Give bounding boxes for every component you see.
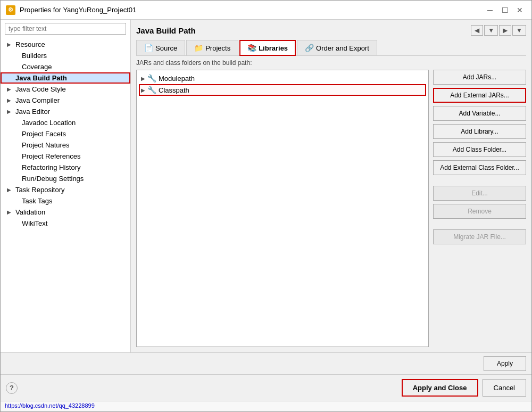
title-bar: ⚙ Properties for YangYuRong_Project01 ─ … [1, 1, 531, 20]
sidebar-item-builders[interactable]: Builders [1, 50, 130, 61]
maximize-button[interactable]: ☐ [498, 4, 511, 17]
add-class-folder-button[interactable]: Add Class Folder... [433, 142, 526, 157]
classpath-icon: 🔧 [147, 86, 156, 94]
tab-projects[interactable]: 📁 Projects [186, 40, 238, 55]
sidebar-item-javadoc-location[interactable]: Javadoc Location [1, 117, 130, 128]
modulepath-item[interactable]: ▶ 🔧 Modulepath [139, 72, 426, 84]
sidebar-item-label: Project References [22, 152, 81, 160]
left-panel: ▶ Resource Builders Coverage Java Build … [1, 20, 131, 352]
main-content: ▶ 🔧 Modulepath ▶ 🔧 Classpath Add JARs...… [136, 70, 526, 347]
expand-arrow: ▶ [7, 97, 13, 103]
footer-main: ? Apply and Close Cancel [1, 374, 531, 401]
sidebar-item-label: Java Build Path [15, 74, 67, 82]
nav-arrows: ◀ ▼ ▶ ▼ [471, 25, 526, 36]
sidebar-item-refactoring-history[interactable]: Refactoring History [1, 162, 130, 173]
status-url: https://blog.csdn.net/qq_43228899 [5, 402, 95, 409]
close-button[interactable]: ✕ [513, 4, 526, 17]
tab-label: Libraries [259, 44, 288, 52]
add-external-class-folder-button[interactable]: Add External Class Folder... [433, 160, 526, 175]
classpath-label: Classpath [159, 86, 189, 94]
description-text: JARs and class folders on the build path… [136, 59, 526, 67]
sidebar-item-project-references[interactable]: Project References [1, 151, 130, 162]
sidebar-item-label: WikiText [22, 219, 47, 227]
cancel-button[interactable]: Cancel [483, 379, 526, 397]
sidebar-item-resource[interactable]: ▶ Resource [1, 39, 130, 50]
sidebar-item-label: Project Facets [22, 130, 66, 138]
right-panel-header: Java Build Path ◀ ▼ ▶ ▼ [136, 25, 526, 36]
tab-source[interactable]: 📄 Source [136, 40, 185, 55]
sidebar-item-coverage[interactable]: Coverage [1, 61, 130, 72]
apply-row: Apply [1, 353, 531, 374]
sidebar-item-task-tags[interactable]: Task Tags [1, 195, 130, 207]
expand-modulepath[interactable]: ▶ [141, 76, 145, 81]
app-icon: ⚙ [6, 5, 15, 15]
migrate-jar-button[interactable]: Migrate JAR File... [433, 229, 526, 244]
add-jars-button[interactable]: Add JARs... [433, 70, 526, 85]
title-controls: ─ ☐ ✕ [484, 4, 526, 17]
expand-arrow: ▶ [7, 109, 13, 114]
expand-arrow: ▶ [7, 86, 13, 92]
remove-button[interactable]: Remove [433, 204, 526, 219]
filter-input[interactable] [5, 23, 126, 35]
libraries-tab-icon: 📚 [247, 44, 256, 52]
tab-libraries[interactable]: 📚 Libraries [239, 40, 296, 56]
tab-order-export[interactable]: 🔗 Order and Export [297, 40, 377, 55]
sidebar-item-run-debug-settings[interactable]: Run/Debug Settings [1, 173, 130, 184]
sidebar-item-label: Javadoc Location [22, 119, 76, 127]
nav-dropdown-fwd[interactable]: ▼ [512, 25, 526, 36]
minimize-button[interactable]: ─ [484, 4, 496, 17]
sidebar-item-java-compiler[interactable]: ▶ Java Compiler [1, 95, 130, 106]
separator2 [433, 222, 526, 226]
sidebar-item-java-editor[interactable]: ▶ Java Editor [1, 106, 130, 117]
buttons-panel: Add JARs... Add External JARs... Add Var… [433, 70, 526, 347]
right-panel: Java Build Path ◀ ▼ ▶ ▼ 📄 Source 📁 Proje… [131, 20, 531, 352]
apply-close-button[interactable]: Apply and Close [402, 379, 478, 397]
expand-classpath[interactable]: ▶ [141, 87, 145, 93]
help-icon[interactable]: ? [6, 382, 18, 394]
footer: Apply ? Apply and Close Cancel https://b… [1, 352, 531, 411]
sidebar-item-wikitext[interactable]: WikiText [1, 218, 130, 229]
sidebar-item-label: Java Code Style [15, 85, 66, 93]
sidebar-item-project-natures[interactable]: Project Natures [1, 139, 130, 151]
sidebar-item-project-facets[interactable]: Project Facets [1, 128, 130, 139]
sidebar-item-task-repository[interactable]: ▶ Task Repository [1, 184, 130, 195]
back-button[interactable]: ◀ [471, 25, 483, 36]
apply-button[interactable]: Apply [484, 356, 526, 371]
sidebar-item-label: Builders [22, 52, 47, 60]
add-library-button[interactable]: Add Library... [433, 124, 526, 139]
sidebar-item-label: Java Compiler [15, 96, 60, 104]
sidebar-item-label: Run/Debug Settings [22, 175, 84, 183]
sidebar-item-label: Task Tags [22, 197, 53, 205]
forward-button[interactable]: ▶ [499, 25, 511, 36]
source-tab-icon: 📄 [144, 44, 153, 52]
tabs-row: 📄 Source 📁 Projects 📚 Libraries 🔗 Order … [136, 40, 526, 56]
expand-arrow: ▶ [7, 187, 13, 193]
add-variable-button[interactable]: Add Variable... [433, 106, 526, 121]
sidebar-item-validation[interactable]: ▶ Validation [1, 207, 130, 218]
dialog-window: ⚙ Properties for YangYuRong_Project01 ─ … [0, 0, 532, 412]
edit-button[interactable]: Edit... [433, 186, 526, 201]
tab-label: Source [155, 44, 177, 52]
sidebar-item-label: Resource [15, 40, 45, 48]
modulepath-label: Modulepath [159, 75, 195, 83]
footer-buttons: Apply and Close Cancel [402, 379, 526, 397]
dialog-body: ▶ Resource Builders Coverage Java Build … [1, 20, 531, 352]
section-title: Java Build Path [136, 26, 196, 35]
left-panel-list: ▶ Resource Builders Coverage Java Build … [1, 38, 130, 352]
tab-label: Order and Export [316, 44, 369, 52]
sidebar-item-label: Task Repository [15, 186, 64, 194]
sidebar-item-label: Java Editor [15, 108, 50, 116]
sidebar-item-java-code-style[interactable]: ▶ Java Code Style [1, 84, 130, 95]
classpath-panel: ▶ 🔧 Modulepath ▶ 🔧 Classpath [136, 70, 429, 347]
sidebar-item-java-build-path[interactable]: Java Build Path [1, 72, 130, 84]
nav-dropdown-back[interactable]: ▼ [484, 25, 498, 36]
separator1 [433, 178, 526, 183]
title-bar-left: ⚙ Properties for YangYuRong_Project01 [6, 5, 136, 15]
add-external-jars-button[interactable]: Add External JARs... [433, 88, 526, 103]
sidebar-item-label: Project Natures [22, 141, 70, 149]
expand-arrow: ▶ [7, 209, 13, 215]
tab-label: Projects [205, 44, 230, 52]
sidebar-item-label: Validation [15, 208, 45, 216]
order-export-tab-icon: 🔗 [305, 44, 314, 52]
classpath-item[interactable]: ▶ 🔧 Classpath [139, 84, 426, 96]
